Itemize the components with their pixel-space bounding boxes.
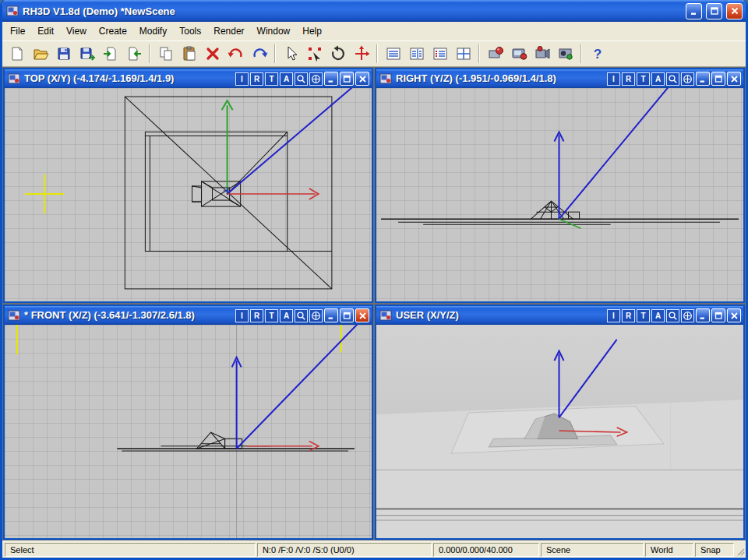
user-scene: [376, 325, 743, 538]
viewport-maximize-button[interactable]: [711, 72, 725, 86]
viewport-maximize-button[interactable]: [340, 308, 354, 322]
viewport-close-button[interactable]: [355, 72, 369, 86]
menu-edit[interactable]: Edit: [31, 23, 60, 40]
select-object-icon: [306, 45, 323, 62]
status-scene-toggle[interactable]: Scene: [541, 543, 644, 557]
status-world-toggle[interactable]: World: [645, 543, 693, 557]
menu-help[interactable]: Help: [296, 23, 328, 40]
viewport-icon: [379, 72, 392, 85]
menu-render[interactable]: Render: [207, 23, 250, 40]
menu-window[interactable]: Window: [251, 23, 297, 40]
status-snap-toggle[interactable]: Snap: [695, 543, 734, 557]
pan-button[interactable]: [309, 72, 323, 86]
render-3-button[interactable]: [531, 43, 553, 65]
resize-grip-icon: [736, 547, 746, 557]
toggle-r-button[interactable]: R: [622, 309, 635, 322]
minimize-button[interactable]: [686, 3, 702, 19]
viewport-front-canvas[interactable]: [5, 325, 372, 538]
toggle-i-button[interactable]: I: [607, 309, 620, 322]
toggle-t-button[interactable]: T: [265, 72, 278, 86]
save-button[interactable]: [52, 43, 75, 65]
viewport-maximize-button[interactable]: [340, 72, 354, 86]
undo-button[interactable]: [224, 43, 247, 65]
resize-grip[interactable]: [734, 543, 746, 557]
close-icon: [730, 75, 739, 83]
viewport-minimize-button[interactable]: [696, 308, 710, 322]
new-button[interactable]: [5, 43, 28, 65]
viewport-right-canvas[interactable]: [376, 88, 743, 301]
render-2-button[interactable]: [507, 43, 530, 65]
viewport-top-titlebar[interactable]: TOP (X/Y) (-4.174/-1.169/1.4/1.9) I R T …: [5, 69, 372, 88]
viewport-top-canvas[interactable]: [5, 88, 372, 301]
toggle-r-button[interactable]: R: [250, 309, 263, 322]
layout-1-button[interactable]: [382, 43, 404, 65]
status-counters: N:0 /F:0 /V:0 /S:0 (U0/0): [257, 543, 432, 557]
title-bar[interactable]: RH3D V1.8d (Demo) *NewScene: [2, 0, 746, 22]
render-4-button[interactable]: [554, 43, 577, 65]
paste-button[interactable]: [178, 43, 200, 65]
viewport-minimize-button[interactable]: [324, 72, 338, 86]
close-icon: [358, 312, 367, 320]
toggle-t-button[interactable]: T: [637, 72, 650, 86]
viewport-front-titlebar[interactable]: * FRONT (X/Z) (-3.641/-1.307/2.6/1.8) I …: [5, 306, 372, 325]
menu-view[interactable]: View: [60, 23, 93, 40]
select-button[interactable]: [280, 43, 302, 65]
pan-button[interactable]: [309, 309, 323, 322]
render-1-button[interactable]: [484, 43, 506, 65]
redo-button[interactable]: [248, 43, 270, 65]
viewport-user-canvas[interactable]: [376, 325, 743, 538]
maximize-icon: [343, 312, 351, 320]
import-button[interactable]: [99, 43, 122, 65]
viewport-close-button[interactable]: [727, 308, 741, 322]
transform-button[interactable]: [350, 43, 372, 65]
menu-tools[interactable]: Tools: [173, 23, 207, 40]
delete-button[interactable]: [201, 43, 224, 65]
viewport-close-button[interactable]: [355, 308, 369, 322]
maximize-button[interactable]: [706, 3, 722, 19]
menu-file[interactable]: File: [4, 23, 31, 40]
menu-create[interactable]: Create: [93, 23, 133, 40]
toggle-i-button[interactable]: I: [235, 72, 249, 86]
viewport-right: RIGHT (Y/Z) (-1.951/-0.969/1.4/1.8) I R …: [375, 68, 745, 303]
toggle-r-button[interactable]: R: [250, 72, 263, 86]
layout-3-button[interactable]: [429, 43, 451, 65]
app-window: RH3D V1.8d (Demo) *NewScene File Edit Vi…: [0, 0, 748, 560]
pan-button[interactable]: [681, 309, 694, 322]
select-object-button[interactable]: [303, 43, 326, 65]
viewport-right-titlebar[interactable]: RIGHT (Y/Z) (-1.951/-0.969/1.4/1.8) I R …: [376, 69, 743, 88]
menu-modify[interactable]: Modify: [133, 23, 173, 40]
help-button[interactable]: ?: [586, 43, 609, 65]
toggle-r-button[interactable]: R: [622, 72, 635, 86]
viewport-user-titlebar[interactable]: USER (X/Y/Z) I R T A: [376, 306, 743, 325]
layout-quad-icon: [455, 45, 472, 62]
layout-2-button[interactable]: [405, 43, 428, 65]
toggle-t-button[interactable]: T: [265, 309, 278, 322]
toggle-t-button[interactable]: T: [637, 309, 650, 322]
toggle-a-button[interactable]: A: [280, 72, 293, 86]
viewport-close-button[interactable]: [727, 72, 741, 86]
save-as-button[interactable]: [76, 43, 98, 65]
rotate-view-button[interactable]: [326, 43, 349, 65]
zoom-button[interactable]: [666, 72, 679, 86]
close-button[interactable]: [726, 3, 743, 19]
viewport-minimize-button[interactable]: [696, 72, 710, 86]
toggle-i-button[interactable]: I: [235, 309, 249, 322]
toggle-i-button[interactable]: I: [607, 72, 620, 86]
toggle-a-button[interactable]: A: [280, 309, 293, 322]
zoom-button[interactable]: [295, 309, 308, 322]
export-button[interactable]: [122, 43, 145, 65]
open-button[interactable]: [29, 43, 51, 65]
save-icon: [55, 45, 72, 62]
copy-button[interactable]: [154, 43, 177, 65]
toggle-a-button[interactable]: A: [651, 72, 665, 86]
zoom-button[interactable]: [666, 309, 679, 322]
pan-button[interactable]: [681, 72, 694, 86]
viewport-minimize-button[interactable]: [324, 308, 338, 322]
viewport-icon: [8, 309, 20, 322]
toggle-a-button[interactable]: A: [651, 309, 665, 322]
status-mode: Select: [5, 543, 256, 557]
layout-4-button[interactable]: [452, 43, 475, 65]
redo-icon: [251, 45, 268, 62]
viewport-maximize-button[interactable]: [711, 308, 725, 322]
zoom-button[interactable]: [295, 72, 308, 86]
